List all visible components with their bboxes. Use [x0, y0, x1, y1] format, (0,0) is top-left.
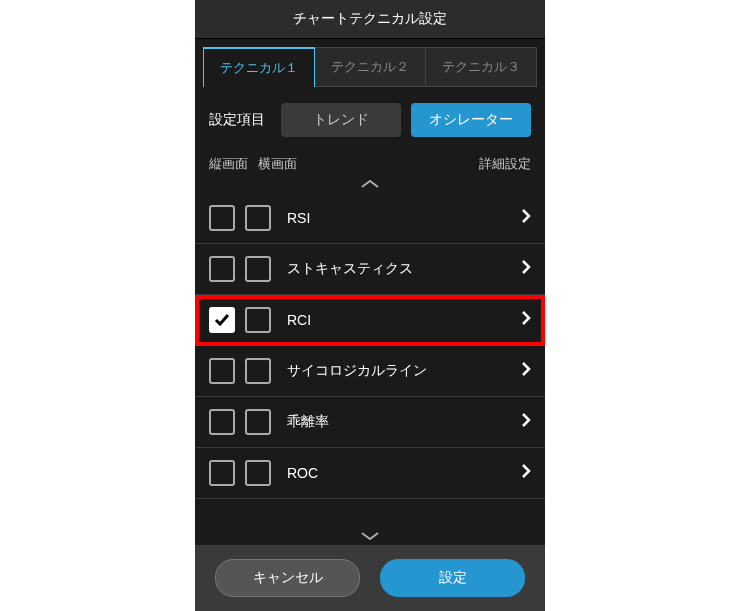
indicator-label: 乖離率 — [287, 413, 329, 431]
checkbox-vertical[interactable] — [209, 358, 235, 384]
col-horizontal: 横画面 — [258, 155, 297, 173]
col-detail: 詳細設定 — [479, 155, 531, 173]
page-title: チャートテクニカル設定 — [195, 0, 545, 39]
indicator-label: RSI — [287, 210, 310, 226]
list-item[interactable]: ストキャスティクス — [195, 244, 545, 295]
column-headers: 縦画面 横画面 詳細設定 — [195, 149, 545, 179]
checkbox-vertical[interactable] — [209, 205, 235, 231]
checkbox-horizontal[interactable] — [245, 256, 271, 282]
checkbox-horizontal[interactable] — [245, 409, 271, 435]
cancel-button[interactable]: キャンセル — [215, 559, 360, 597]
tab-technical-3[interactable]: テクニカル３ — [426, 47, 537, 87]
chevron-right-icon — [521, 310, 531, 330]
checkbox-horizontal[interactable] — [245, 205, 271, 231]
scroll-up-indicator — [195, 179, 545, 193]
chevron-right-icon — [521, 361, 531, 381]
segment-oscillator[interactable]: オシレーター — [411, 103, 531, 137]
checkbox-horizontal[interactable] — [245, 460, 271, 486]
list-item[interactable]: RSI — [195, 193, 545, 244]
app-screen: チャートテクニカル設定 テクニカル１ テクニカル２ テクニカル３ 設定項目 トレ… — [195, 0, 545, 611]
list-item[interactable]: 乖離率 — [195, 397, 545, 448]
indicator-label: ストキャスティクス — [287, 260, 413, 278]
checkbox-vertical[interactable] — [209, 307, 235, 333]
indicator-label: サイコロジカルライン — [287, 362, 427, 380]
checkbox-vertical[interactable] — [209, 256, 235, 282]
list-item[interactable]: サイコロジカルライン — [195, 346, 545, 397]
tab-technical-1[interactable]: テクニカル１ — [203, 47, 315, 87]
col-vertical: 縦画面 — [209, 155, 248, 173]
footer-buttons: キャンセル 設定 — [195, 545, 545, 611]
checkbox-horizontal[interactable] — [245, 307, 271, 333]
indicator-label: ROC — [287, 465, 318, 481]
list-item-highlighted[interactable]: RCI — [195, 295, 545, 346]
filter-label: 設定項目 — [209, 111, 265, 129]
scroll-down-indicator — [195, 531, 545, 545]
tab-technical-2[interactable]: テクニカル２ — [315, 47, 426, 87]
list-item[interactable]: ROC — [195, 448, 545, 499]
technical-tabs: テクニカル１ テクニカル２ テクニカル３ — [203, 47, 537, 87]
chevron-right-icon — [521, 463, 531, 483]
chevron-right-icon — [521, 412, 531, 432]
checkbox-horizontal[interactable] — [245, 358, 271, 384]
chevron-right-icon — [521, 208, 531, 228]
filter-row: 設定項目 トレンド オシレーター — [195, 87, 545, 149]
checkbox-vertical[interactable] — [209, 409, 235, 435]
chevron-right-icon — [521, 259, 531, 279]
segment-trend[interactable]: トレンド — [281, 103, 401, 137]
indicator-label: RCI — [287, 312, 311, 328]
indicator-list: RSI ストキャスティクス RCI サイコロジカルライン 乖離率 — [195, 193, 545, 531]
submit-button[interactable]: 設定 — [380, 559, 525, 597]
checkbox-vertical[interactable] — [209, 460, 235, 486]
